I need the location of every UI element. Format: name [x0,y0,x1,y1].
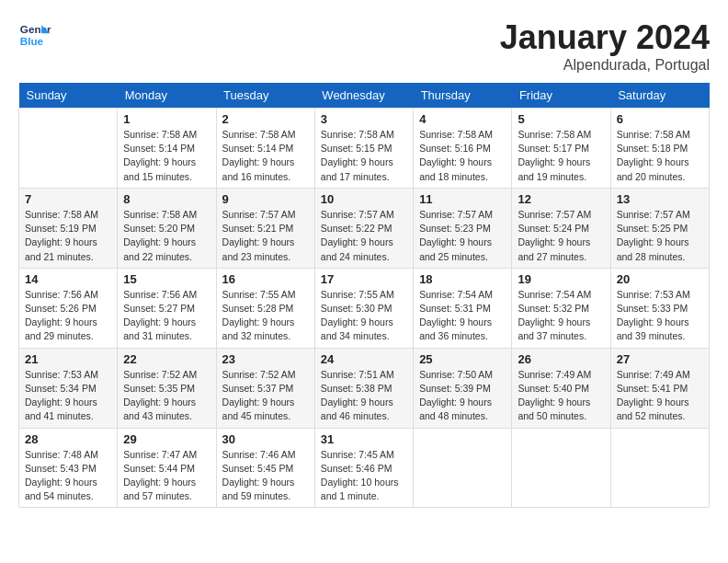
calendar-cell: 21Sunrise: 7:53 AMSunset: 5:34 PMDayligh… [19,348,118,428]
day-number: 20 [617,272,703,286]
day-info: Sunrise: 7:49 AMSunset: 5:41 PMDaylight:… [617,369,690,422]
calendar-week-2: 7Sunrise: 7:58 AMSunset: 5:19 PMDaylight… [19,188,710,268]
day-number: 24 [321,352,407,366]
day-info: Sunrise: 7:50 AMSunset: 5:39 PMDaylight:… [419,369,493,422]
day-number: 22 [123,352,210,366]
day-number: 26 [518,352,604,366]
month-title: January 2024 [500,18,710,57]
day-info: Sunrise: 7:45 AMSunset: 5:46 PMDaylight:… [321,449,399,502]
location: Alpendurada, Portugal [500,57,710,74]
day-number: 25 [419,352,506,366]
calendar-cell: 14Sunrise: 7:56 AMSunset: 5:26 PMDayligh… [19,268,118,348]
day-info: Sunrise: 7:48 AMSunset: 5:43 PMDaylight:… [25,449,98,502]
day-number: 13 [617,192,703,206]
day-number: 14 [25,272,111,286]
calendar-cell: 11Sunrise: 7:57 AMSunset: 5:23 PMDayligh… [414,188,512,268]
day-info: Sunrise: 7:57 AMSunset: 5:23 PMDaylight:… [419,209,493,262]
day-info: Sunrise: 7:51 AMSunset: 5:38 PMDaylight:… [321,369,394,422]
day-info: Sunrise: 7:53 AMSunset: 5:33 PMDaylight:… [617,289,690,342]
day-info: Sunrise: 7:57 AMSunset: 5:21 PMDaylight:… [222,209,296,262]
day-info: Sunrise: 7:56 AMSunset: 5:26 PMDaylight:… [25,289,98,342]
day-number: 19 [518,272,604,286]
calendar-cell [512,428,610,508]
calendar-cell: 26Sunrise: 7:49 AMSunset: 5:40 PMDayligh… [512,348,610,428]
day-number: 11 [419,192,506,206]
weekday-header-friday: Friday [512,83,610,109]
day-number: 29 [123,432,210,446]
day-number: 4 [419,112,506,126]
day-info: Sunrise: 7:55 AMSunset: 5:30 PMDaylight:… [321,289,394,342]
calendar-cell: 1Sunrise: 7:58 AMSunset: 5:14 PMDaylight… [118,109,216,189]
day-number: 28 [25,432,111,446]
day-number: 2 [222,112,309,126]
day-number: 10 [321,192,407,206]
weekday-header-row: SundayMondayTuesdayWednesdayThursdayFrid… [19,83,710,109]
calendar-week-1: 1Sunrise: 7:58 AMSunset: 5:14 PMDaylight… [19,109,710,189]
day-number: 6 [617,112,703,126]
day-number: 5 [518,112,604,126]
day-number: 9 [222,192,309,206]
day-number: 15 [123,272,210,286]
calendar-cell [19,109,118,189]
day-number: 23 [222,352,309,366]
calendar-cell: 8Sunrise: 7:58 AMSunset: 5:20 PMDaylight… [118,188,216,268]
day-number: 17 [321,272,407,286]
day-number: 8 [123,192,210,206]
calendar-cell: 29Sunrise: 7:47 AMSunset: 5:44 PMDayligh… [118,428,216,508]
calendar-week-5: 28Sunrise: 7:48 AMSunset: 5:43 PMDayligh… [19,428,710,508]
day-number: 3 [321,112,407,126]
calendar-cell: 4Sunrise: 7:58 AMSunset: 5:16 PMDaylight… [414,109,512,189]
svg-text:Blue: Blue [20,35,44,47]
calendar-cell: 24Sunrise: 7:51 AMSunset: 5:38 PMDayligh… [314,348,413,428]
day-number: 1 [123,112,210,126]
page-header: General Blue January 2024 Alpendurada, P… [18,18,710,74]
day-number: 16 [222,272,309,286]
calendar-cell: 16Sunrise: 7:55 AMSunset: 5:28 PMDayligh… [216,268,314,348]
day-info: Sunrise: 7:58 AMSunset: 5:14 PMDaylight:… [222,129,296,182]
weekday-header-monday: Monday [118,83,216,109]
calendar-week-4: 21Sunrise: 7:53 AMSunset: 5:34 PMDayligh… [19,348,710,428]
svg-text:General: General [20,23,51,35]
weekday-header-wednesday: Wednesday [314,83,413,109]
calendar-cell: 18Sunrise: 7:54 AMSunset: 5:31 PMDayligh… [414,268,512,348]
day-info: Sunrise: 7:58 AMSunset: 5:17 PMDaylight:… [518,129,591,182]
day-info: Sunrise: 7:55 AMSunset: 5:28 PMDaylight:… [222,289,296,342]
day-info: Sunrise: 7:58 AMSunset: 5:16 PMDaylight:… [419,129,493,182]
day-info: Sunrise: 7:58 AMSunset: 5:19 PMDaylight:… [25,209,98,262]
calendar-cell: 27Sunrise: 7:49 AMSunset: 5:41 PMDayligh… [610,348,709,428]
calendar-cell: 20Sunrise: 7:53 AMSunset: 5:33 PMDayligh… [610,268,709,348]
calendar-cell [414,428,512,508]
day-info: Sunrise: 7:58 AMSunset: 5:18 PMDaylight:… [617,129,690,182]
calendar-cell: 5Sunrise: 7:58 AMSunset: 5:17 PMDaylight… [512,109,610,189]
calendar-cell [610,428,709,508]
day-number: 7 [25,192,111,206]
day-info: Sunrise: 7:58 AMSunset: 5:14 PMDaylight:… [123,129,197,182]
day-number: 12 [518,192,604,206]
day-number: 27 [617,352,703,366]
calendar-cell: 30Sunrise: 7:46 AMSunset: 5:45 PMDayligh… [216,428,314,508]
day-info: Sunrise: 7:49 AMSunset: 5:40 PMDaylight:… [518,369,591,422]
calendar-cell: 23Sunrise: 7:52 AMSunset: 5:37 PMDayligh… [216,348,314,428]
calendar-cell: 31Sunrise: 7:45 AMSunset: 5:46 PMDayligh… [314,428,413,508]
calendar-cell: 6Sunrise: 7:58 AMSunset: 5:18 PMDaylight… [610,109,709,189]
calendar-week-3: 14Sunrise: 7:56 AMSunset: 5:26 PMDayligh… [19,268,710,348]
day-info: Sunrise: 7:57 AMSunset: 5:24 PMDaylight:… [518,209,591,262]
day-info: Sunrise: 7:54 AMSunset: 5:31 PMDaylight:… [419,289,493,342]
calendar-cell: 19Sunrise: 7:54 AMSunset: 5:32 PMDayligh… [512,268,610,348]
day-info: Sunrise: 7:57 AMSunset: 5:25 PMDaylight:… [617,209,690,262]
calendar-cell: 2Sunrise: 7:58 AMSunset: 5:14 PMDaylight… [216,109,314,189]
day-number: 31 [321,432,407,446]
calendar-cell: 3Sunrise: 7:58 AMSunset: 5:15 PMDaylight… [314,109,413,189]
day-info: Sunrise: 7:56 AMSunset: 5:27 PMDaylight:… [123,289,197,342]
calendar-cell: 10Sunrise: 7:57 AMSunset: 5:22 PMDayligh… [314,188,413,268]
day-info: Sunrise: 7:52 AMSunset: 5:35 PMDaylight:… [123,369,197,422]
day-info: Sunrise: 7:52 AMSunset: 5:37 PMDaylight:… [222,369,296,422]
day-info: Sunrise: 7:53 AMSunset: 5:34 PMDaylight:… [25,369,98,422]
calendar-cell: 17Sunrise: 7:55 AMSunset: 5:30 PMDayligh… [314,268,413,348]
calendar-cell: 25Sunrise: 7:50 AMSunset: 5:39 PMDayligh… [414,348,512,428]
calendar-cell: 9Sunrise: 7:57 AMSunset: 5:21 PMDaylight… [216,188,314,268]
calendar-table: SundayMondayTuesdayWednesdayThursdayFrid… [18,83,710,508]
day-info: Sunrise: 7:58 AMSunset: 5:15 PMDaylight:… [321,129,394,182]
calendar-cell: 13Sunrise: 7:57 AMSunset: 5:25 PMDayligh… [610,188,709,268]
weekday-header-tuesday: Tuesday [216,83,314,109]
